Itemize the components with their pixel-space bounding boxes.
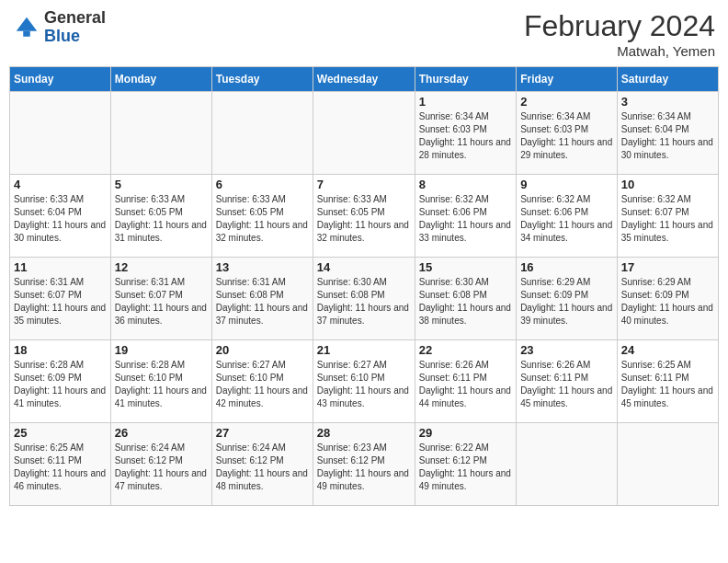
svg-rect-1	[23, 31, 30, 37]
day-info: Sunrise: 6:23 AM Sunset: 6:12 PM Dayligh…	[317, 442, 411, 493]
week-row-1: 1Sunrise: 6:34 AM Sunset: 6:03 PM Daylig…	[10, 92, 719, 175]
day-info: Sunrise: 6:31 AM Sunset: 6:07 PM Dayligh…	[115, 276, 208, 327]
day-number: 19	[115, 343, 208, 357]
day-number: 20	[216, 343, 309, 357]
svg-marker-0	[17, 17, 38, 31]
logo-icon	[13, 14, 40, 41]
day-cell: 24Sunrise: 6:25 AM Sunset: 6:11 PM Dayli…	[617, 340, 718, 423]
week-row-4: 18Sunrise: 6:28 AM Sunset: 6:09 PM Dayli…	[10, 340, 719, 423]
week-row-3: 11Sunrise: 6:31 AM Sunset: 6:07 PM Dayli…	[10, 258, 719, 340]
day-number: 4	[14, 178, 107, 191]
day-cell	[110, 92, 211, 175]
col-header-monday: Monday	[110, 67, 211, 92]
day-cell: 3Sunrise: 6:34 AM Sunset: 6:04 PM Daylig…	[617, 92, 718, 175]
day-info: Sunrise: 6:28 AM Sunset: 6:09 PM Dayligh…	[14, 359, 107, 410]
day-cell	[211, 92, 313, 175]
day-number: 8	[419, 178, 512, 191]
day-info: Sunrise: 6:29 AM Sunset: 6:09 PM Dayligh…	[520, 276, 613, 327]
day-cell: 14Sunrise: 6:30 AM Sunset: 6:08 PM Dayli…	[313, 258, 415, 340]
logo-text: General Blue	[44, 9, 106, 46]
day-number: 13	[216, 260, 309, 274]
day-info: Sunrise: 6:27 AM Sunset: 6:10 PM Dayligh…	[317, 359, 411, 410]
day-cell: 20Sunrise: 6:27 AM Sunset: 6:10 PM Dayli…	[211, 340, 313, 423]
day-cell: 18Sunrise: 6:28 AM Sunset: 6:09 PM Dayli…	[10, 340, 111, 423]
week-row-5: 25Sunrise: 6:25 AM Sunset: 6:11 PM Dayli…	[10, 423, 719, 506]
day-cell: 16Sunrise: 6:29 AM Sunset: 6:09 PM Dayli…	[517, 258, 618, 340]
day-number: 16	[520, 260, 613, 274]
day-cell: 29Sunrise: 6:22 AM Sunset: 6:12 PM Dayli…	[415, 423, 516, 506]
day-number: 9	[520, 178, 613, 191]
day-cell: 8Sunrise: 6:32 AM Sunset: 6:06 PM Daylig…	[415, 175, 516, 258]
calendar-title: February 2024	[524, 9, 715, 43]
day-number: 27	[216, 426, 309, 440]
day-info: Sunrise: 6:33 AM Sunset: 6:05 PM Dayligh…	[216, 193, 309, 245]
day-number: 18	[14, 343, 107, 357]
day-number: 14	[317, 260, 411, 274]
day-cell: 7Sunrise: 6:33 AM Sunset: 6:05 PM Daylig…	[313, 175, 415, 258]
day-cell	[617, 423, 718, 506]
day-number: 6	[216, 178, 309, 191]
day-number: 29	[419, 426, 512, 440]
header-row: SundayMondayTuesdayWednesdayThursdayFrid…	[10, 67, 719, 92]
logo-blue: Blue	[44, 28, 106, 46]
col-header-wednesday: Wednesday	[313, 67, 415, 92]
day-number: 25	[14, 426, 107, 440]
col-header-sunday: Sunday	[10, 67, 111, 92]
day-cell: 5Sunrise: 6:33 AM Sunset: 6:05 PM Daylig…	[110, 175, 211, 258]
day-cell: 12Sunrise: 6:31 AM Sunset: 6:07 PM Dayli…	[110, 258, 211, 340]
day-info: Sunrise: 6:32 AM Sunset: 6:07 PM Dayligh…	[621, 193, 714, 245]
logo-general: General	[44, 9, 106, 28]
day-info: Sunrise: 6:22 AM Sunset: 6:12 PM Dayligh…	[419, 442, 512, 493]
day-cell: 10Sunrise: 6:32 AM Sunset: 6:07 PM Dayli…	[617, 175, 718, 258]
day-cell: 11Sunrise: 6:31 AM Sunset: 6:07 PM Dayli…	[10, 258, 111, 340]
day-info: Sunrise: 6:33 AM Sunset: 6:05 PM Dayligh…	[317, 193, 411, 245]
day-info: Sunrise: 6:25 AM Sunset: 6:11 PM Dayligh…	[621, 359, 714, 410]
day-cell: 1Sunrise: 6:34 AM Sunset: 6:03 PM Daylig…	[415, 92, 516, 175]
day-info: Sunrise: 6:30 AM Sunset: 6:08 PM Dayligh…	[317, 276, 411, 327]
day-cell: 15Sunrise: 6:30 AM Sunset: 6:08 PM Dayli…	[415, 258, 516, 340]
day-number: 12	[115, 260, 208, 274]
day-info: Sunrise: 6:31 AM Sunset: 6:07 PM Dayligh…	[14, 276, 107, 327]
col-header-thursday: Thursday	[415, 67, 516, 92]
day-info: Sunrise: 6:26 AM Sunset: 6:11 PM Dayligh…	[520, 359, 613, 410]
day-info: Sunrise: 6:30 AM Sunset: 6:08 PM Dayligh…	[419, 276, 512, 327]
day-cell: 26Sunrise: 6:24 AM Sunset: 6:12 PM Dayli…	[110, 423, 211, 506]
day-number: 10	[621, 178, 714, 191]
day-number: 11	[14, 260, 107, 274]
day-cell: 17Sunrise: 6:29 AM Sunset: 6:09 PM Dayli…	[617, 258, 718, 340]
col-header-tuesday: Tuesday	[211, 67, 313, 92]
day-number: 3	[621, 95, 714, 109]
calendar-table: SundayMondayTuesdayWednesdayThursdayFrid…	[9, 66, 719, 506]
page-header: General Blue February 2024 Matwah, Yemen	[9, 9, 719, 59]
day-info: Sunrise: 6:24 AM Sunset: 6:12 PM Dayligh…	[115, 442, 208, 493]
day-cell: 9Sunrise: 6:32 AM Sunset: 6:06 PM Daylig…	[517, 175, 618, 258]
day-cell: 2Sunrise: 6:34 AM Sunset: 6:03 PM Daylig…	[517, 92, 618, 175]
week-row-2: 4Sunrise: 6:33 AM Sunset: 6:04 PM Daylig…	[10, 175, 719, 258]
day-number: 26	[115, 426, 208, 440]
day-number: 15	[419, 260, 512, 274]
day-number: 1	[419, 95, 512, 109]
day-info: Sunrise: 6:28 AM Sunset: 6:10 PM Dayligh…	[115, 359, 208, 410]
day-number: 24	[621, 343, 714, 357]
day-cell	[313, 92, 415, 175]
day-cell: 13Sunrise: 6:31 AM Sunset: 6:08 PM Dayli…	[211, 258, 313, 340]
day-number: 7	[317, 178, 411, 191]
day-info: Sunrise: 6:33 AM Sunset: 6:05 PM Dayligh…	[115, 193, 208, 245]
day-info: Sunrise: 6:27 AM Sunset: 6:10 PM Dayligh…	[216, 359, 309, 410]
day-cell: 27Sunrise: 6:24 AM Sunset: 6:12 PM Dayli…	[211, 423, 313, 506]
day-number: 5	[115, 178, 208, 191]
day-number: 22	[419, 343, 512, 357]
logo: General Blue	[13, 9, 106, 46]
day-info: Sunrise: 6:31 AM Sunset: 6:08 PM Dayligh…	[216, 276, 309, 327]
day-number: 28	[317, 426, 411, 440]
day-number: 17	[621, 260, 714, 274]
day-info: Sunrise: 6:33 AM Sunset: 6:04 PM Dayligh…	[14, 193, 107, 245]
day-cell: 25Sunrise: 6:25 AM Sunset: 6:11 PM Dayli…	[10, 423, 111, 506]
day-cell	[10, 92, 111, 175]
day-info: Sunrise: 6:26 AM Sunset: 6:11 PM Dayligh…	[419, 359, 512, 410]
day-info: Sunrise: 6:24 AM Sunset: 6:12 PM Dayligh…	[216, 442, 309, 493]
day-info: Sunrise: 6:34 AM Sunset: 6:04 PM Dayligh…	[621, 110, 714, 162]
day-cell: 22Sunrise: 6:26 AM Sunset: 6:11 PM Dayli…	[415, 340, 516, 423]
day-info: Sunrise: 6:34 AM Sunset: 6:03 PM Dayligh…	[419, 110, 512, 162]
day-info: Sunrise: 6:32 AM Sunset: 6:06 PM Dayligh…	[419, 193, 512, 245]
